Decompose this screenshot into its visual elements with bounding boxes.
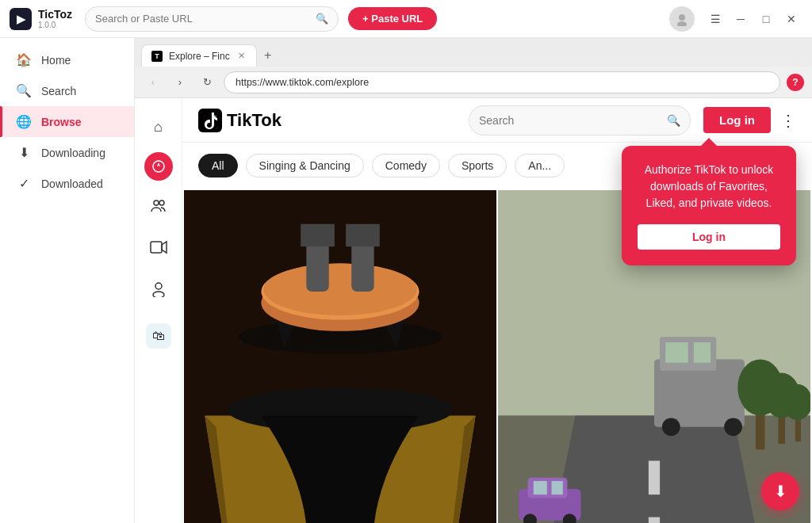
svg-rect-21 — [301, 224, 335, 246]
svg-rect-22 — [346, 224, 380, 246]
search-input-titlebar[interactable] — [95, 13, 309, 25]
sidebar-item-browse-label: Browse — [41, 116, 82, 128]
category-comedy[interactable]: Comedy — [372, 154, 440, 178]
search-icon-titlebar: 🔍 — [316, 13, 328, 25]
tiktok-nav-home[interactable]: ⌂ — [143, 111, 174, 143]
tiktok-nav-profile[interactable] — [143, 273, 174, 304]
tab-bar: T Explore – Finc ✕ + — [135, 38, 812, 67]
auth-popup: Authorize TikTok to unlock downloads of … — [622, 146, 796, 265]
tiktok-header: TikTok 🔍 Log in ⋮ — [182, 98, 812, 143]
app-logo-icon: ▶ — [10, 8, 32, 30]
sidebar-item-home-label: Home — [41, 54, 71, 67]
download-fab-icon: ⬇ — [774, 482, 787, 501]
svg-point-1 — [677, 21, 687, 26]
tiktok-nav-video[interactable] — [143, 231, 174, 263]
tiktok-logo-icon — [198, 109, 222, 132]
video-card-1[interactable]: WorkSkillMasters — [184, 190, 496, 523]
new-tab-button[interactable]: + — [259, 46, 278, 65]
svg-point-18 — [263, 263, 416, 315]
category-sports[interactable]: Sports — [448, 154, 507, 178]
svg-rect-28 — [649, 517, 660, 523]
tiktok-search-input[interactable] — [479, 114, 661, 127]
auth-popup-message: Authorize TikTok to unlock downloads of … — [638, 162, 780, 212]
window-controls: ☰ ─ □ ✕ — [669, 6, 802, 32]
sidebar: 🏠 Home 🔍 Search 🌐 Browse ⬇ Downloading ✓… — [0, 38, 135, 523]
app-version: 1.0.0 — [38, 21, 72, 29]
svg-point-34 — [662, 418, 680, 436]
svg-rect-39 — [552, 481, 563, 494]
svg-point-7 — [155, 283, 162, 289]
svg-point-8 — [153, 292, 164, 297]
tiktok-nav-explore[interactable] — [144, 152, 173, 181]
refresh-button[interactable]: ↻ — [197, 72, 217, 93]
app-name: TicToz — [38, 8, 72, 21]
address-bar: ‹ › ↻ ? — [135, 67, 812, 98]
tab-favicon: T — [151, 51, 163, 62]
avatar[interactable] — [669, 6, 695, 32]
forward-button[interactable]: › — [170, 72, 190, 93]
app-logo: ▶ TicToz 1.0.0 — [10, 8, 72, 30]
category-anime[interactable]: An... — [515, 154, 565, 178]
maximize-button[interactable]: □ — [755, 8, 777, 30]
svg-rect-38 — [534, 481, 547, 494]
category-singing[interactable]: Singing & Dancing — [246, 154, 364, 178]
sidebar-item-search[interactable]: 🔍 Search — [0, 75, 134, 106]
tiktok-more-button[interactable]: ⋮ — [780, 111, 796, 130]
tiktok-logo: TikTok — [198, 109, 282, 132]
sidebar-item-downloading[interactable]: ⬇ Downloading — [0, 137, 134, 168]
help-button[interactable]: ? — [787, 74, 804, 91]
downloaded-icon: ✓ — [16, 176, 32, 191]
svg-point-4 — [154, 200, 159, 205]
back-button[interactable]: ‹ — [143, 72, 163, 93]
svg-rect-32 — [665, 342, 688, 363]
sidebar-item-home[interactable]: 🏠 Home — [0, 44, 134, 75]
main-content: 🏠 Home 🔍 Search 🌐 Browse ⬇ Downloading ✓… — [0, 38, 812, 523]
auth-popup-login-button[interactable]: Log in — [638, 224, 780, 250]
browser-pane: T Explore – Finc ✕ + ‹ › ↻ ? ⌂ — [135, 38, 812, 523]
tiktok-nav-store[interactable]: 🛍 — [143, 320, 174, 352]
svg-point-5 — [159, 200, 164, 205]
app-name-block: TicToz 1.0.0 — [38, 8, 72, 30]
svg-rect-27 — [649, 460, 660, 494]
svg-marker-3 — [157, 162, 160, 166]
tab-close-button[interactable]: ✕ — [236, 49, 247, 63]
svg-rect-6 — [151, 242, 162, 253]
sidebar-item-downloading-label: Downloading — [41, 147, 105, 159]
download-fab-button[interactable]: ⬇ — [761, 472, 799, 510]
sidebar-item-downloaded[interactable]: ✓ Downloaded — [0, 168, 134, 199]
home-icon: 🏠 — [16, 52, 32, 67]
tiktok-search-bar[interactable]: 🔍 — [469, 105, 691, 136]
tab-title: Explore – Finc — [169, 51, 230, 62]
sidebar-item-downloaded-label: Downloaded — [41, 178, 103, 190]
browser-tab[interactable]: T Explore – Finc ✕ — [141, 44, 257, 67]
titlebar: ▶ TicToz 1.0.0 🔍 + Paste URL ☰ ─ □ ✕ — [0, 0, 812, 38]
close-button[interactable]: ✕ — [780, 8, 802, 30]
minimize-button[interactable]: ─ — [730, 8, 752, 30]
download-icon: ⬇ — [16, 145, 32, 160]
menu-button[interactable]: ☰ — [704, 8, 726, 30]
tiktok-logo-text: TikTok — [227, 110, 282, 131]
search-bar-titlebar[interactable]: 🔍 — [85, 6, 339, 32]
svg-point-35 — [724, 418, 742, 436]
svg-point-0 — [679, 14, 685, 21]
sidebar-item-search-label: Search — [41, 85, 76, 97]
tiktok-left-nav: ⌂ — [135, 98, 182, 523]
svg-rect-33 — [694, 342, 710, 363]
video-thumbnail-1: WorkSkillMasters — [184, 190, 496, 523]
tiktok-login-button[interactable]: Log in — [703, 107, 771, 133]
url-input[interactable] — [224, 71, 780, 94]
search-icon: 🔍 — [16, 83, 32, 98]
sidebar-item-browse[interactable]: 🌐 Browse — [0, 106, 134, 137]
tiktok-nav-friends[interactable] — [143, 190, 174, 222]
tiktok-page: ⌂ — [135, 98, 812, 523]
tiktok-search-icon: 🔍 — [667, 114, 680, 127]
category-all[interactable]: All — [198, 154, 238, 178]
paste-url-button[interactable]: + Paste URL — [348, 7, 437, 30]
browse-icon: 🌐 — [16, 114, 32, 129]
